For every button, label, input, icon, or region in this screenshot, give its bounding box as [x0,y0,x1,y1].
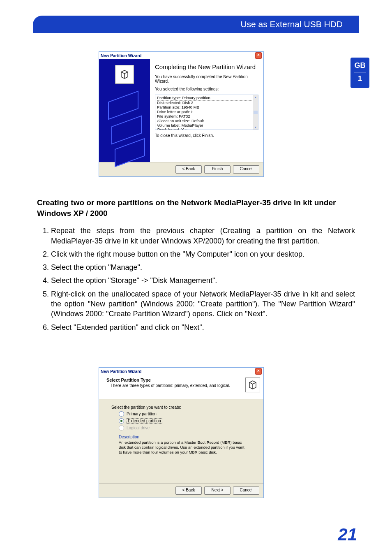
disk-icon [245,378,260,392]
radio-extended-partition[interactable]: Extended partition [119,418,251,424]
page-header: Use as External USB HDD [33,16,359,33]
radio-primary-partition[interactable]: Primary partition [119,411,251,417]
radio-icon [119,418,124,424]
wizard1-title: New Partition Wizard [101,53,141,58]
radio-label: Primary partition [127,412,157,416]
wizard1-sidebar-graphic [99,59,150,162]
radio-icon [119,411,124,417]
next-button[interactable]: Next > [204,486,231,495]
description-box: Description An extended partition is a p… [119,435,251,455]
side-tab-lang: GB [350,61,369,70]
cancel-button[interactable]: Cancel [233,165,259,174]
wizard1-button-row: < Back Finish Cancel [99,162,263,176]
wizard1-heading: Completing the New Partition Wizard [155,63,258,70]
wizard2-prompt: Select the partition you want to create: [111,405,251,410]
back-button[interactable]: < Back [175,165,202,174]
close-icon[interactable]: × [255,52,262,59]
wizard-complete-dialog: New Partition Wizard × Completing the Ne… [99,51,264,177]
wizard2-header: Select Partition Type There are three ty… [99,375,263,399]
side-tab: GB 1 [350,58,369,88]
section-heading: Creating two or more partitions on the N… [37,197,355,218]
wizard1-close-text: To close this wizard, click Finish. [155,133,258,138]
step-item: Select the option "Manage". [51,262,355,272]
wizard2-titlebar: New Partition Wizard × [99,368,263,375]
finish-button[interactable]: Finish [204,165,231,174]
description-text: An extended partition is a portion of a … [119,440,246,455]
page-header-title: Use as External USB HDD [240,19,343,29]
radio-logical-drive: Logical drive [119,425,251,431]
disk-icon [115,65,134,84]
close-icon[interactable]: × [255,368,262,375]
step-item: Select "Extended partition" and click on… [51,322,355,332]
wizard1-settings-list: Partition type: Primary partition Disk s… [155,95,258,130]
radio-label: Extended partition [127,418,162,424]
settings-line: Quick format: Yes [157,127,256,130]
settings-line: File system: FAT32 [157,114,256,119]
radio-label: Logical drive [127,426,150,430]
cancel-button[interactable]: Cancel [233,486,259,495]
wizard1-titlebar: New Partition Wizard × [99,52,263,59]
scroll-up-icon[interactable]: ▴ [255,95,256,99]
wizard1-success-text: You have successfully completed the New … [155,74,258,83]
wizard1-selected-label: You selected the following settings: [155,87,258,91]
step-item: Select the option "Storage" -> "Disk Man… [51,276,355,285]
wizard-select-type-dialog: New Partition Wizard × Select Partition … [99,367,264,498]
wizard2-header-title: Select Partition Type [106,378,259,382]
scrollbar[interactable]: ▴ ▾ [253,95,258,130]
wizard2-button-row: < Back Next > Cancel [99,483,263,498]
step-item: Click with the right mouse button on the… [51,249,355,259]
side-tab-divider [354,72,366,72]
description-label: Description [119,435,251,439]
back-button[interactable]: < Back [175,486,202,495]
wizard2-title: New Partition Wizard [101,369,141,374]
page-number: 21 [338,525,357,544]
scroll-thumb[interactable] [254,111,258,114]
radio-icon [119,425,124,431]
scroll-down-icon[interactable]: ▾ [255,125,256,129]
wizard2-header-sub: There are three types of partitions: pri… [111,383,259,388]
steps-list: Repeat the steps from the previous chapt… [37,226,355,332]
side-tab-chapter: 1 [350,74,369,83]
step-item: Repeat the steps from the previous chapt… [51,226,355,246]
settings-line: Allocation unit size: Default [157,119,256,123]
step-item: Right-click on the unallocated space of … [51,289,355,319]
